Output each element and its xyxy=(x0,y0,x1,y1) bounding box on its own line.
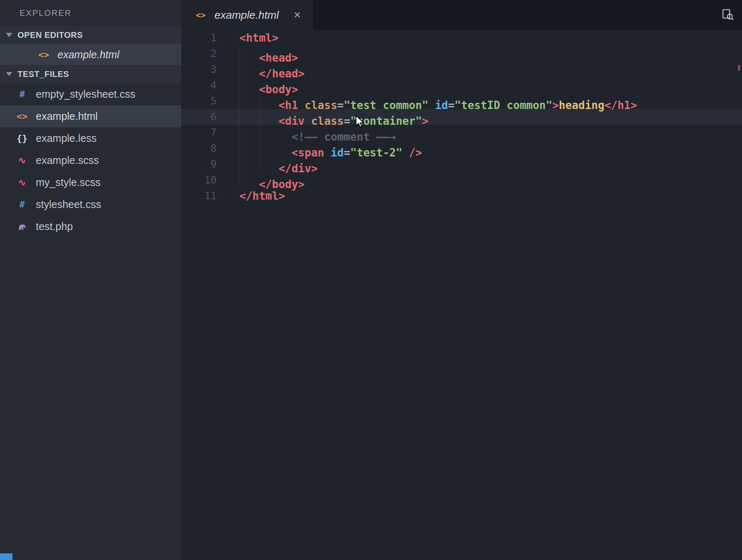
code-content: <h1 class="test common" id="testID commo… xyxy=(217,93,637,109)
php-icon xyxy=(15,221,29,232)
search-icon[interactable] xyxy=(721,8,735,22)
file-item-my_style.scss[interactable]: ∿my_style.scss xyxy=(0,171,181,193)
line-number: 6 xyxy=(181,109,217,125)
code-content: <div class="container"> xyxy=(217,109,428,125)
file-item-test.php[interactable]: test.php xyxy=(0,216,181,238)
file-name: stylesheet.css xyxy=(36,198,101,211)
editor-group: <> example.html × 1<html>2<head>3</head>… xyxy=(181,0,742,560)
file-name: test.php xyxy=(36,221,73,233)
open-editors-list: <>example.html xyxy=(0,44,181,65)
file-name: example.scss xyxy=(36,154,99,166)
css-icon: # xyxy=(15,89,29,99)
line-number: 5 xyxy=(181,93,217,109)
open-editors-header[interactable]: OPEN EDITORS xyxy=(0,26,181,44)
code-lines: 1<html>2<head>3</head>4<body>5<h1 class=… xyxy=(181,30,742,204)
vscode-window: EXPLORER OPEN EDITORS <>example.html TES… xyxy=(0,0,742,560)
file-name: example.less xyxy=(36,132,97,144)
chevron-expanded-icon xyxy=(6,72,12,76)
html-icon: <> xyxy=(194,10,208,20)
code-line-2[interactable]: 2<head> xyxy=(181,46,742,62)
line-number: 10 xyxy=(181,172,217,188)
tab-example-html[interactable]: <> example.html × xyxy=(181,0,313,30)
code-line-5[interactable]: 5<h1 class="test common" id="testID comm… xyxy=(181,93,742,109)
sass-icon: ∿ xyxy=(15,155,29,166)
status-indicator xyxy=(0,553,12,560)
file-name: my_style.scss xyxy=(36,176,101,188)
code-editor[interactable]: 1<html>2<head>3</head>4<body>5<h1 class=… xyxy=(181,30,742,560)
code-content: <head> xyxy=(217,46,298,62)
line-number: 9 xyxy=(181,156,217,172)
file-tree: #empty_stylesheet.css<>example.html{}exa… xyxy=(0,83,181,238)
tab-label: example.html xyxy=(214,9,279,22)
code-content: </head> xyxy=(217,62,305,77)
code-content: <span id="test-2" /> xyxy=(217,141,422,156)
code-line-4[interactable]: 4<body> xyxy=(181,77,742,93)
chevron-expanded-icon xyxy=(6,33,12,37)
code-line-3[interactable]: 3</head> xyxy=(181,62,742,77)
file-name: empty_stylesheet.css xyxy=(36,88,135,100)
code-content: </div> xyxy=(217,156,318,172)
sidebar-title: EXPLORER xyxy=(0,0,181,26)
html-icon: <> xyxy=(15,111,29,121)
line-number: 8 xyxy=(181,141,217,156)
css-icon: # xyxy=(15,199,29,210)
code-line-8[interactable]: 8 <span id="test-2" /> xyxy=(181,141,742,156)
code-content: <html> xyxy=(217,30,279,46)
code-line-10[interactable]: 10</body> xyxy=(181,172,742,188)
line-number: 11 xyxy=(181,188,217,204)
open-editors-label: OPEN EDITORS xyxy=(17,30,83,40)
file-item-empty_stylesheet.css[interactable]: #empty_stylesheet.css xyxy=(0,83,181,105)
code-content: <!—— comment ——→ xyxy=(217,125,396,141)
file-name: example.html xyxy=(36,110,98,122)
file-item-stylesheet.css[interactable]: #stylesheet.css xyxy=(0,193,181,216)
code-line-9[interactable]: 9</div> xyxy=(181,156,742,172)
less-icon: {} xyxy=(15,133,29,144)
test-files-label: TEST_FILES xyxy=(17,69,69,79)
line-number: 3 xyxy=(181,62,217,77)
code-line-7[interactable]: 7 <!—— comment ——→ xyxy=(181,125,742,141)
code-content: </html> xyxy=(217,188,285,204)
code-content: <body> xyxy=(217,77,298,93)
file-item-example.scss[interactable]: ∿example.scss xyxy=(0,149,181,171)
file-item-example.html[interactable]: <>example.html xyxy=(0,105,181,127)
overview-ruler-marker xyxy=(738,65,740,71)
code-content: </body> xyxy=(217,172,305,188)
tab-bar: <> example.html × xyxy=(181,0,742,30)
file-item-example.less[interactable]: {}example.less xyxy=(0,127,181,149)
html-icon: <> xyxy=(37,50,51,60)
line-number: 2 xyxy=(181,46,217,62)
close-icon[interactable]: × xyxy=(294,9,301,21)
sass-icon: ∿ xyxy=(15,177,29,188)
code-line-1[interactable]: 1<html> xyxy=(181,30,742,46)
explorer-sidebar: EXPLORER OPEN EDITORS <>example.html TES… xyxy=(0,0,181,560)
editor-actions xyxy=(721,0,742,30)
line-number: 4 xyxy=(181,77,217,93)
line-number: 1 xyxy=(181,30,217,46)
test-files-header[interactable]: TEST_FILES xyxy=(0,65,181,83)
file-name: example.html xyxy=(57,49,120,61)
line-number: 7 xyxy=(181,125,217,141)
open-editor-example.html[interactable]: <>example.html xyxy=(0,44,181,65)
code-line-11[interactable]: 11</html> xyxy=(181,188,742,204)
